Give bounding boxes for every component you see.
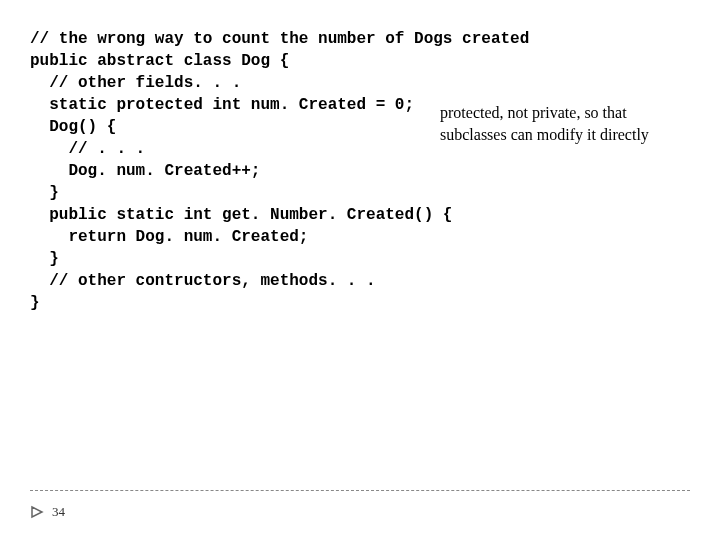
code-line: Dog() { — [30, 116, 430, 138]
code-line: public static int get. Number. Created()… — [30, 204, 430, 226]
annotation-text: protected, not private, so that subclass… — [440, 102, 690, 146]
code-line: } — [30, 248, 430, 270]
code-line: } — [30, 182, 430, 204]
code-block: // the wrong way to count the number of … — [30, 28, 430, 314]
divider-line — [30, 490, 690, 491]
code-line: public abstract class Dog { — [30, 50, 430, 72]
code-line: // the wrong way to count the number of … — [30, 28, 430, 50]
play-marker-icon — [30, 505, 44, 519]
code-line: // . . . — [30, 138, 430, 160]
code-line: // other contructors, methods. . . — [30, 270, 430, 292]
footer: 34 — [30, 504, 65, 520]
svg-marker-0 — [32, 507, 42, 517]
page-number: 34 — [52, 504, 65, 520]
code-line: static protected int num. Created = 0; — [30, 94, 430, 116]
code-line: return Dog. num. Created; — [30, 226, 430, 248]
code-line: } — [30, 292, 430, 314]
code-line: Dog. num. Created++; — [30, 160, 430, 182]
slide: // the wrong way to count the number of … — [0, 0, 720, 540]
code-line: // other fields. . . — [30, 72, 430, 94]
